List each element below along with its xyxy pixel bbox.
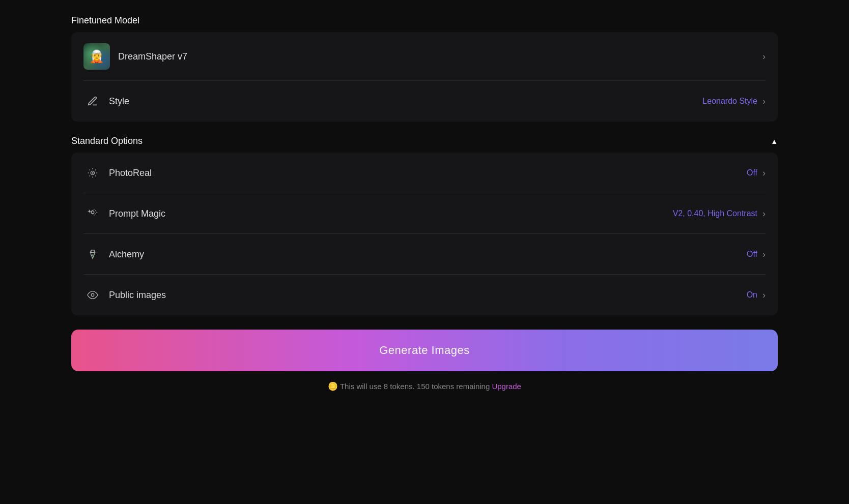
generate-images-button[interactable]: Generate Images <box>71 330 778 371</box>
prompt-magic-row[interactable]: Prompt Magic V2, 0.40, High Contrast › <box>71 193 778 234</box>
standard-options-section: Standard Options ▲ PhotoReal Off › <box>71 136 778 330</box>
standard-options-header: Standard Options ▲ <box>71 136 778 146</box>
alchemy-row[interactable]: Alchemy Off › <box>71 234 778 275</box>
photoreal-chevron-icon: › <box>762 168 766 179</box>
photoreal-value: Off <box>747 168 757 177</box>
model-thumbnail: 🧝 <box>83 43 110 70</box>
photoreal-label: PhotoReal <box>109 168 747 179</box>
alchemy-icon <box>83 245 102 263</box>
prompt-magic-chevron-icon: › <box>762 209 766 219</box>
alchemy-label: Alchemy <box>109 249 747 260</box>
svg-point-2 <box>92 254 94 256</box>
token-info-text: This will use 8 tokens. 150 tokens remai… <box>340 382 490 391</box>
photoreal-row[interactable]: PhotoReal Off › <box>71 153 778 193</box>
model-thumbnail-image: 🧝 <box>83 43 110 70</box>
prompt-magic-label: Prompt Magic <box>109 209 673 219</box>
style-label: Style <box>109 96 702 107</box>
prompt-magic-icon <box>83 204 102 223</box>
alchemy-chevron-icon: › <box>762 249 766 260</box>
public-images-chevron-icon: › <box>762 290 766 301</box>
svg-point-3 <box>91 293 94 297</box>
token-icon: 🪙 <box>328 382 338 391</box>
style-icon <box>83 92 102 110</box>
public-images-row[interactable]: Public images On › <box>71 275 778 315</box>
standard-options-title: Standard Options <box>71 136 143 146</box>
alchemy-value: Off <box>747 250 757 259</box>
public-images-label: Public images <box>109 290 747 301</box>
collapse-icon[interactable]: ▲ <box>771 137 778 145</box>
model-name: DreamShaper v7 <box>118 51 762 62</box>
finetuned-model-card: 🧝 DreamShaper v7 › Style Leonardo Style … <box>71 32 778 122</box>
public-images-icon <box>83 286 102 304</box>
standard-options-card: PhotoReal Off › Prompt Magic V2, 0.40, H… <box>71 153 778 315</box>
style-chevron-icon: › <box>762 96 766 107</box>
public-images-value: On <box>747 290 757 300</box>
style-selector-row[interactable]: Style Leonardo Style › <box>71 81 778 122</box>
photoreal-icon <box>83 164 102 182</box>
prompt-magic-value: V2, 0.40, High Contrast <box>673 209 757 218</box>
model-selector-row[interactable]: 🧝 DreamShaper v7 › <box>71 32 778 81</box>
model-chevron-icon: › <box>762 51 766 62</box>
finetuned-model-section: Finetuned Model 🧝 DreamShaper v7 › Style… <box>71 15 778 136</box>
svg-point-1 <box>92 172 93 173</box>
style-value: Leonardo Style <box>702 97 757 106</box>
finetuned-model-title: Finetuned Model <box>71 15 778 26</box>
upgrade-link[interactable]: Upgrade <box>492 382 521 391</box>
token-info-bar: 🪙 This will use 8 tokens. 150 tokens rem… <box>71 381 778 391</box>
